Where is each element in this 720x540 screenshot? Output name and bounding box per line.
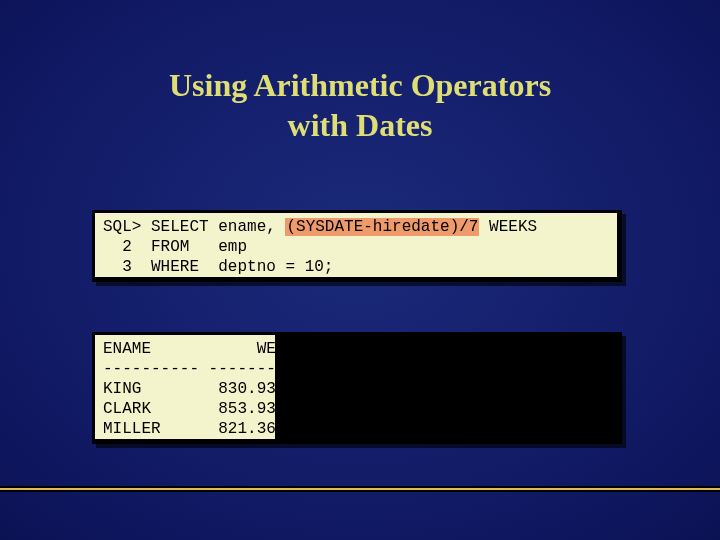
r-l1: ENAME WEEKS [103,340,305,358]
sql-result-text: ENAME WEEKS ---------- --------- KING 83… [95,335,275,439]
sql-query-text: SQL> SELECT ename, (SYSDATE-hiredate)/7 … [95,213,617,277]
q-l1a: SQL> SELECT ename, [103,218,285,236]
q-l1b: WEEKS [479,218,537,236]
decorative-rule [0,486,720,492]
r-l5: MILLER 821.36566 [103,420,305,438]
q-l3: 3 WHERE deptno = 10; [103,258,333,276]
sql-result-box: ENAME WEEKS ---------- --------- KING 83… [92,332,622,444]
r-l2: ---------- --------- [103,360,295,378]
r-l3: KING 830.93709 [103,380,305,398]
slide: Using Arithmetic Operators with Dates SQ… [0,0,720,540]
title-line-2: with Dates [288,107,433,143]
slide-title: Using Arithmetic Operators with Dates [0,65,720,145]
q-l1-highlight: (SYSDATE-hiredate)/7 [285,218,479,236]
q-l2: 2 FROM emp [103,238,247,256]
sql-query-box: SQL> SELECT ename, (SYSDATE-hiredate)/7 … [92,210,622,282]
title-line-1: Using Arithmetic Operators [169,67,551,103]
r-l4: CLARK 853.93709 [103,400,305,418]
